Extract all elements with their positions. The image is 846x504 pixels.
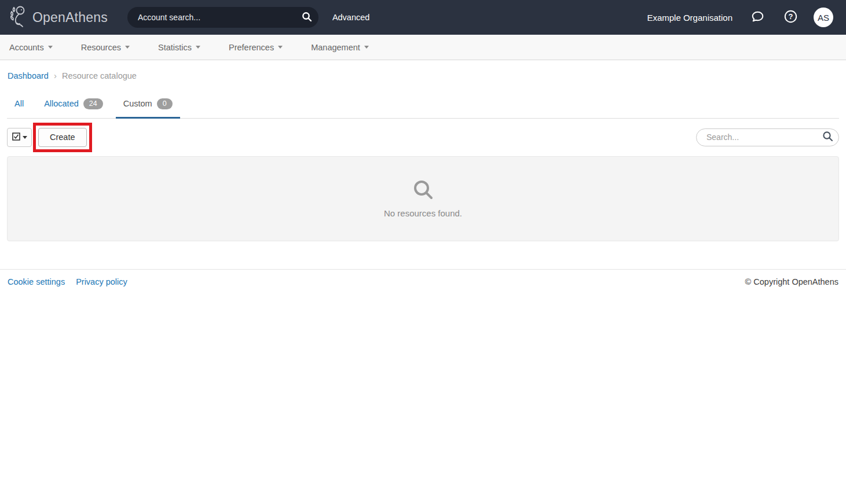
- help-icon: ?: [783, 9, 799, 26]
- nav-item-resources[interactable]: Resources: [81, 43, 130, 52]
- nav-item-label: Resources: [81, 43, 121, 52]
- copyright-text: © Copyright OpenAthens: [745, 277, 838, 286]
- search-icon: [413, 179, 434, 203]
- privacy-policy-link[interactable]: Privacy policy: [76, 277, 127, 286]
- breadcrumb-current: Resource catalogue: [62, 71, 137, 80]
- nav-item-label: Accounts: [9, 43, 44, 52]
- tab-label: Custom: [123, 99, 152, 108]
- search-icon: [822, 131, 833, 144]
- resource-search: [696, 128, 839, 146]
- select-all-dropdown-button[interactable]: [7, 128, 32, 147]
- resource-search-button[interactable]: [816, 128, 838, 146]
- resource-search-input[interactable]: [697, 133, 816, 142]
- help-button[interactable]: ?: [783, 9, 799, 26]
- chevron-down-icon: [196, 46, 200, 49]
- cookie-settings-link[interactable]: Cookie settings: [8, 277, 65, 286]
- nav-item-label: Management: [311, 43, 360, 52]
- main-nav: Accounts Resources Statistics Preference…: [0, 35, 846, 60]
- openathens-logo[interactable]: OpenAthens: [8, 5, 108, 30]
- nav-item-label: Statistics: [158, 43, 192, 52]
- nav-item-management[interactable]: Management: [311, 43, 369, 52]
- chevron-down-icon: [278, 46, 283, 49]
- chevron-down-icon: [125, 46, 130, 49]
- openathens-logo-icon: [8, 5, 28, 30]
- nav-item-label: Preferences: [229, 43, 274, 52]
- search-icon: [302, 12, 312, 24]
- tab-count-badge: 24: [83, 98, 103, 109]
- account-search-input[interactable]: [127, 13, 295, 22]
- avatar[interactable]: AS: [814, 8, 833, 27]
- organisation-name: Example Organisation: [647, 13, 733, 23]
- tab-all[interactable]: All: [7, 92, 31, 119]
- tab-count-badge: 0: [157, 98, 173, 109]
- create-button-wrap: Create: [38, 128, 87, 147]
- chevron-down-icon: [48, 46, 53, 49]
- empty-state-message: No resources found.: [384, 208, 462, 218]
- advanced-search-link[interactable]: Advanced: [332, 13, 370, 22]
- chat-icon: [750, 9, 766, 26]
- top-bar: OpenAthens Advanced Example Organisation: [0, 0, 846, 35]
- footer: Cookie settings Privacy policy © Copyrig…: [0, 269, 846, 294]
- empty-state-panel: No resources found.: [7, 156, 839, 241]
- checkbox-icon: [12, 133, 20, 142]
- tab-label: All: [14, 99, 24, 108]
- account-search: [127, 7, 318, 28]
- chevron-down-icon: [364, 46, 369, 49]
- svg-text:?: ?: [789, 12, 793, 21]
- breadcrumb-dashboard-link[interactable]: Dashboard: [8, 71, 49, 80]
- nav-item-accounts[interactable]: Accounts: [9, 43, 53, 52]
- account-search-button[interactable]: [295, 7, 318, 28]
- tab-bar: All Allocated 24 Custom 0: [7, 92, 839, 119]
- chevron-down-icon: [23, 136, 27, 139]
- toolbar: Create: [7, 128, 839, 147]
- tab-label: Allocated: [44, 99, 79, 108]
- brand-name: OpenAthens: [32, 10, 108, 25]
- nav-item-preferences[interactable]: Preferences: [229, 43, 283, 52]
- create-button[interactable]: Create: [38, 128, 87, 147]
- breadcrumb: Dashboard › Resource catalogue: [0, 60, 846, 86]
- tab-allocated[interactable]: Allocated 24: [36, 92, 111, 119]
- chat-button[interactable]: [750, 9, 766, 26]
- avatar-initials: AS: [818, 13, 829, 23]
- chevron-right-icon: ›: [54, 71, 57, 80]
- nav-item-statistics[interactable]: Statistics: [158, 43, 200, 52]
- tab-custom[interactable]: Custom 0: [116, 92, 180, 119]
